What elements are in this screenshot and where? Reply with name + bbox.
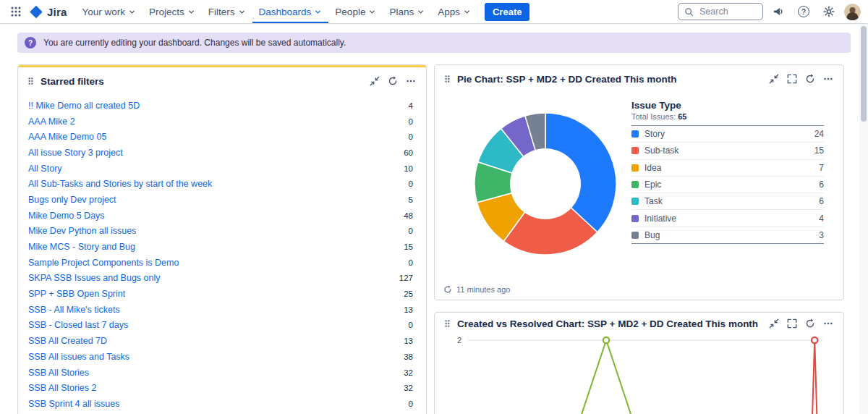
page-scrollbar[interactable] <box>859 24 868 414</box>
filter-link[interactable]: Bugs only Dev project <box>28 195 116 205</box>
filter-count: 32 <box>404 368 413 377</box>
gadget-more-button[interactable] <box>822 317 835 330</box>
jira-logo[interactable]: Jira <box>29 5 67 19</box>
legend-color-chip <box>631 181 639 188</box>
filter-row: All issue Story 3 project60 <box>28 145 413 161</box>
gadget-refresh-button[interactable] <box>804 72 817 85</box>
scrollbar-thumb[interactable] <box>861 26 867 122</box>
drag-handle-icon[interactable] <box>443 74 451 84</box>
nav-item-filters[interactable]: Filters <box>202 0 252 23</box>
refresh-icon <box>443 285 452 294</box>
help-button[interactable]: ? <box>793 1 814 22</box>
legend-row[interactable]: Bug3 <box>631 227 824 244</box>
search-input[interactable] <box>698 6 757 17</box>
dashboard-content: Starred filters !! Mike Demo all created… <box>17 64 868 414</box>
nav-item-your-work[interactable]: Your work <box>76 0 143 23</box>
filter-link[interactable]: !! Mike Demo all created 5D <box>28 101 140 111</box>
gadget-refresh-button[interactable] <box>386 75 399 88</box>
total-label: Total Issues: <box>631 112 676 121</box>
filter-link[interactable]: SSB - All Mike's tickets <box>28 305 120 315</box>
created-vs-resolved-chart[interactable]: 2 <box>445 334 835 414</box>
legend-row[interactable]: Sub-task15 <box>631 143 824 159</box>
user-avatar[interactable] <box>844 4 861 20</box>
legend-row[interactable]: Task6 <box>631 193 824 210</box>
filter-link[interactable]: SPP + SBB Open Sprint <box>28 289 125 299</box>
gadget-more-button[interactable] <box>404 75 417 88</box>
filter-link[interactable]: Mike MCS - Story and Bug <box>28 242 135 252</box>
filter-link[interactable]: SKPA SSB Issues and Bugs only <box>28 273 161 283</box>
filter-link[interactable]: SSB All issues and Tasks <box>28 352 129 362</box>
series-marker-resolved[interactable] <box>812 337 817 343</box>
drag-handle-icon[interactable] <box>443 318 451 329</box>
pie-chart-header: Pie Chart: SSP + MD2 + DD Created This m… <box>435 65 843 93</box>
jira-logo-icon <box>29 5 43 19</box>
more-icon <box>406 76 416 86</box>
gadget-collapse-button[interactable] <box>767 72 780 85</box>
gadget-collapse-button[interactable] <box>368 75 381 88</box>
gadget-fullscreen-button[interactable] <box>786 72 799 85</box>
nav-item-plans[interactable]: Plans <box>383 0 431 23</box>
settings-button[interactable] <box>819 1 839 22</box>
filter-link[interactable]: All Story <box>28 164 62 174</box>
starred-filters-header: Starred filters <box>18 67 426 95</box>
question-icon: ? <box>25 37 36 48</box>
filter-count: 25 <box>404 290 413 298</box>
pie-chart[interactable] <box>473 111 618 256</box>
filter-count: 13 <box>404 305 413 314</box>
filter-link[interactable]: All issue Story 3 project <box>28 148 123 158</box>
nav-item-people[interactable]: People <box>328 0 383 23</box>
legend-row[interactable]: Idea7 <box>631 160 824 177</box>
nav-item-projects[interactable]: Projects <box>142 0 202 23</box>
filter-link[interactable]: All Sub-Tasks and Stories by start of th… <box>28 179 212 189</box>
filter-link[interactable]: AAA Mike 2 <box>28 117 75 127</box>
gadget-collapse-button[interactable] <box>767 317 780 330</box>
nav-item-label: Apps <box>438 7 460 17</box>
legend-label: Sub-task <box>644 145 678 156</box>
chevron-down-icon <box>238 8 246 16</box>
collapse-icon <box>769 74 779 84</box>
nav-item-apps[interactable]: Apps <box>431 0 477 23</box>
filter-link[interactable]: AAA Mike Demo 05 <box>28 132 106 142</box>
pie-legend: Story24Sub-task15Idea7Epic6Task6Initiati… <box>631 125 824 244</box>
gadget-fullscreen-button[interactable] <box>786 317 799 330</box>
filter-link[interactable]: SSB All Stories 2 <box>28 383 97 393</box>
legend-row[interactable]: Story24 <box>631 126 824 143</box>
filter-link[interactable]: Mike Dev Python all issues <box>28 226 136 236</box>
drag-handle-icon[interactable] <box>27 76 35 86</box>
legend-label: Initiative <box>644 214 676 224</box>
nav-item-label: Projects <box>149 7 184 17</box>
filter-link[interactable]: SSB - Closed last 7 days <box>28 320 128 330</box>
filter-link[interactable]: SSB All Stories <box>28 368 89 378</box>
starred-filters-gadget: Starred filters !! Mike Demo all created… <box>17 64 427 414</box>
legend-label: Epic <box>644 179 661 190</box>
nav-item-dashboards[interactable]: Dashboards <box>252 0 329 23</box>
gadget-refresh-button[interactable] <box>804 317 817 330</box>
nav-item-label: Dashboards <box>259 7 312 17</box>
search-box[interactable] <box>678 3 763 20</box>
legend-label: Task <box>644 196 663 206</box>
filter-link[interactable]: SSB Sprint 4 all issues <box>28 399 119 409</box>
announcement-icon <box>773 6 784 17</box>
filter-link[interactable]: Sample Project Components is Demo <box>28 258 179 268</box>
announcement-button[interactable] <box>768 1 788 22</box>
chevron-down-icon <box>128 8 136 16</box>
filter-link[interactable]: Mike Demo 5 Days <box>28 211 105 221</box>
last-updated-text: 11 minutes ago <box>456 285 510 294</box>
legend-row[interactable]: Initiative4 <box>631 210 824 227</box>
legend-row[interactable]: Epic6 <box>631 177 824 193</box>
gadget-more-button[interactable] <box>822 72 835 85</box>
series-marker-created[interactable] <box>603 337 609 343</box>
gadget-title: Starred filters <box>41 76 362 87</box>
chevron-down-icon <box>314 8 322 16</box>
series-line-created <box>567 340 645 414</box>
app-switcher-button[interactable] <box>6 1 26 22</box>
app-switcher-icon <box>10 6 22 17</box>
filter-row: AAA Mike 20 <box>28 114 413 130</box>
help-icon: ? <box>798 6 809 17</box>
create-button[interactable]: Create <box>485 3 529 21</box>
filter-row: SSB - Closed last 7 days0 <box>28 318 413 334</box>
jira-dashboard-app: Jira Your workProjectsFiltersDashboardsP… <box>0 0 868 414</box>
filter-count: 15 <box>404 242 413 251</box>
jira-logo-text: Jira <box>47 6 67 18</box>
filter-link[interactable]: SSB All Created 7D <box>28 336 107 346</box>
